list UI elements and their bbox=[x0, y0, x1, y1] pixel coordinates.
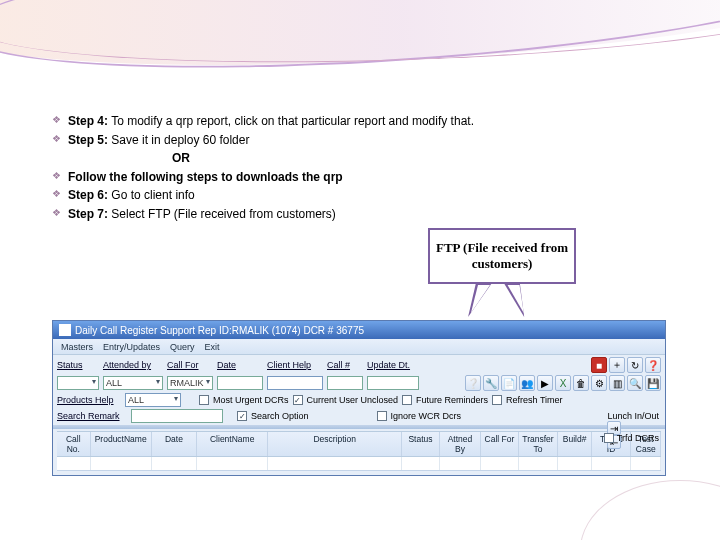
label-searchoption: Search Option bbox=[251, 411, 309, 421]
grid-cell[interactable] bbox=[197, 457, 268, 470]
refresh-icon[interactable]: ↻ bbox=[627, 357, 643, 373]
window-titlebar[interactable]: Daily Call Register Support Rep ID:RMALI… bbox=[53, 321, 665, 339]
label-callfor: Call For bbox=[167, 360, 213, 370]
trfd-dcrs: Trfd DCRs bbox=[604, 433, 659, 443]
filter-panel: Status Attended by Call For Date Client … bbox=[53, 355, 665, 475]
search-icon[interactable]: 🔍 bbox=[627, 375, 643, 391]
label-attendedby: Attended by bbox=[103, 360, 163, 370]
grid-cell[interactable] bbox=[152, 457, 197, 470]
callout-pointer-icon bbox=[460, 283, 492, 317]
label-status: Status bbox=[57, 360, 99, 370]
label-updatedt: Update Dt. bbox=[367, 360, 419, 370]
step-7: Step 7: Select FTP (File received from c… bbox=[52, 205, 474, 224]
window-title: Daily Call Register Support Rep ID:RMALI… bbox=[75, 325, 364, 336]
grid-header: Call No.ProductNameDateClientNameDescrip… bbox=[57, 431, 661, 457]
productshelp-dropdown[interactable]: ALL bbox=[125, 393, 181, 407]
refresh-checkbox[interactable] bbox=[492, 395, 502, 405]
searchoption-checkbox[interactable]: ✓ bbox=[237, 411, 247, 421]
callfor-dropdown[interactable]: RMALIK bbox=[167, 376, 213, 390]
grid-col-header[interactable]: Transfer To bbox=[519, 432, 559, 456]
grid-col-header[interactable]: Attned By bbox=[440, 432, 481, 456]
ftp-callout: FTP (File received from customers) bbox=[428, 228, 576, 284]
label-refresh: Refresh Timer bbox=[506, 395, 563, 405]
label-date: Date bbox=[217, 360, 263, 370]
label-productshelp: Products Help bbox=[57, 395, 121, 405]
steps-list: Step 4: To modify a qrp report, click on… bbox=[52, 112, 474, 224]
label-callno: Call # bbox=[327, 360, 363, 370]
trfdcr-checkbox[interactable] bbox=[604, 433, 614, 443]
slide-header-decoration bbox=[0, 0, 720, 70]
currentuser-checkbox[interactable]: ✓ bbox=[293, 395, 303, 405]
grid-cell[interactable] bbox=[558, 457, 592, 470]
grid-cell[interactable] bbox=[57, 457, 91, 470]
grid-cell[interactable] bbox=[402, 457, 440, 470]
label-trfdcr: Trfd DCRs bbox=[617, 433, 659, 443]
grid-cell[interactable] bbox=[592, 457, 631, 470]
grid-cell[interactable] bbox=[481, 457, 519, 470]
panel-divider bbox=[53, 425, 665, 429]
play-icon[interactable]: ▶ bbox=[537, 375, 553, 391]
searchremark-field[interactable] bbox=[131, 409, 223, 423]
grid-col-header[interactable]: Build# bbox=[558, 432, 592, 456]
menu-entry-updates[interactable]: Entry/Updates bbox=[103, 342, 160, 352]
grid-cell[interactable] bbox=[519, 457, 558, 470]
gear-icon[interactable]: ⚙ bbox=[591, 375, 607, 391]
save-icon[interactable]: 💾 bbox=[645, 375, 661, 391]
main-toolbar: ■ ＋ ↻ ❓ bbox=[591, 357, 661, 373]
follow-steps: Follow the following steps to downloads … bbox=[52, 168, 474, 187]
updatedt-field[interactable] bbox=[367, 376, 419, 390]
menu-bar: Masters Entry/Updates Query Exit bbox=[53, 339, 665, 355]
menu-masters[interactable]: Masters bbox=[61, 342, 93, 352]
daily-call-register-window: Daily Call Register Support Rep ID:RMALI… bbox=[52, 320, 666, 476]
red-action-icon[interactable]: ■ bbox=[591, 357, 607, 373]
app-icon bbox=[59, 324, 71, 336]
help2-icon[interactable]: ❔ bbox=[465, 375, 481, 391]
help-icon[interactable]: ❓ bbox=[645, 357, 661, 373]
label-clienthelp: Client Help bbox=[267, 360, 323, 370]
status-dropdown[interactable] bbox=[57, 376, 99, 390]
label-lunch: Lunch In/Out bbox=[607, 411, 659, 421]
attendedby-dropdown[interactable]: ALL bbox=[103, 376, 163, 390]
or-separator: OR bbox=[52, 149, 474, 168]
add-icon[interactable]: ＋ bbox=[609, 357, 625, 373]
ignorewcr-checkbox[interactable] bbox=[377, 411, 387, 421]
grid-body bbox=[57, 457, 661, 471]
grid-col-header[interactable]: Call For bbox=[481, 432, 519, 456]
menu-exit[interactable]: Exit bbox=[205, 342, 220, 352]
slide-footer-decoration bbox=[580, 480, 720, 540]
label-futurerem: Future Reminders bbox=[416, 395, 488, 405]
grid-col-header[interactable]: Date bbox=[152, 432, 197, 456]
grid-col-header[interactable]: Status bbox=[402, 432, 440, 456]
futurerem-checkbox[interactable] bbox=[402, 395, 412, 405]
callout-pointer-icon bbox=[504, 283, 532, 317]
grid-cell[interactable] bbox=[91, 457, 152, 470]
label-searchremark: Search Remark bbox=[57, 411, 127, 421]
columns-icon[interactable]: ▥ bbox=[609, 375, 625, 391]
tools-icon[interactable]: 🔧 bbox=[483, 375, 499, 391]
lunch-in-out: Lunch In/Out ⇥ ⇤ bbox=[607, 411, 659, 449]
label-currentuser: Current User Unclosed bbox=[307, 395, 399, 405]
users-icon[interactable]: 👥 bbox=[519, 375, 535, 391]
grid-col-header[interactable]: Description bbox=[268, 432, 402, 456]
clienthelp-field[interactable] bbox=[267, 376, 323, 390]
grid-col-header[interactable]: ProductName bbox=[91, 432, 152, 456]
callno-field[interactable] bbox=[327, 376, 363, 390]
secondary-toolbar: ❔ 🔧 📄 👥 ▶ X 🗑 ⚙ ▥ 🔍 💾 bbox=[465, 375, 661, 391]
label-ignorewcr: Ignore WCR Dcrs bbox=[391, 411, 462, 421]
date-field[interactable] bbox=[217, 376, 263, 390]
page-icon[interactable]: 📄 bbox=[501, 375, 517, 391]
grid-cell[interactable] bbox=[631, 457, 661, 470]
menu-query[interactable]: Query bbox=[170, 342, 195, 352]
step-4: Step 4: To modify a qrp report, click on… bbox=[52, 112, 474, 131]
grid-col-header[interactable]: Call No. bbox=[57, 432, 91, 456]
step-5: Step 5: Save it in deploy 60 folder bbox=[52, 131, 474, 150]
trash-icon[interactable]: 🗑 bbox=[573, 375, 589, 391]
grid-cell[interactable] bbox=[268, 457, 402, 470]
mosturgent-checkbox[interactable] bbox=[199, 395, 209, 405]
step-6: Step 6: Go to client info bbox=[52, 186, 474, 205]
grid-cell[interactable] bbox=[440, 457, 481, 470]
excel-icon[interactable]: X bbox=[555, 375, 571, 391]
label-mosturgent: Most Urgent DCRs bbox=[213, 395, 289, 405]
grid-col-header[interactable]: ClientName bbox=[197, 432, 268, 456]
